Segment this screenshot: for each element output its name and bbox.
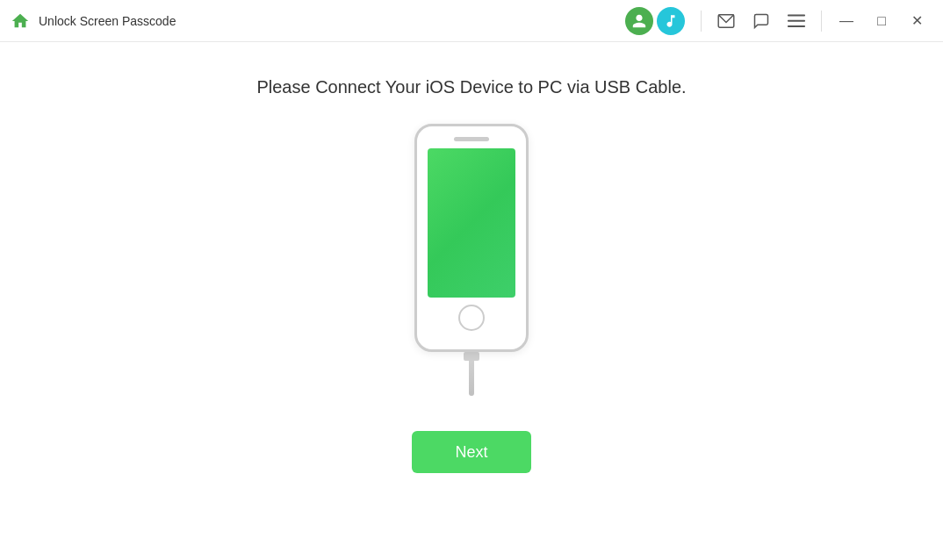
titlebar-divider xyxy=(701,11,702,32)
svg-rect-1 xyxy=(788,14,805,16)
user-icon-button[interactable] xyxy=(625,7,653,35)
next-button[interactable]: Next xyxy=(412,431,531,473)
user-icon xyxy=(631,13,647,29)
maximize-button[interactable]: □ xyxy=(866,7,897,35)
instruction-text: Please Connect Your iOS Device to PC via… xyxy=(256,77,686,97)
phone-illustration xyxy=(414,124,529,396)
home-icon xyxy=(11,11,30,31)
chat-icon xyxy=(752,12,770,30)
phone-home-button xyxy=(458,305,485,331)
phone-screen xyxy=(428,148,515,298)
menu-icon-button[interactable] xyxy=(781,7,812,35)
minimize-button[interactable]: — xyxy=(831,7,862,35)
music-search-icon-button[interactable] xyxy=(657,7,685,35)
titlebar-icon-group xyxy=(625,7,685,35)
titlebar-right: — □ ✕ xyxy=(625,7,932,35)
cable-connector xyxy=(464,352,479,361)
music-search-icon xyxy=(663,13,679,29)
chat-icon-button[interactable] xyxy=(745,7,777,35)
mail-icon xyxy=(717,14,735,28)
titlebar-divider2 xyxy=(821,11,822,32)
main-content: Please Connect Your iOS Device to PC via… xyxy=(0,42,943,560)
cable-wire xyxy=(469,361,474,396)
mail-icon-button[interactable] xyxy=(710,7,742,35)
phone-speaker xyxy=(454,137,489,141)
svg-rect-3 xyxy=(788,25,805,27)
titlebar-left: Unlock Screen Passcode xyxy=(11,11,176,31)
svg-rect-2 xyxy=(788,19,805,21)
usb-cable xyxy=(464,352,479,396)
app-title: Unlock Screen Passcode xyxy=(39,14,176,28)
menu-icon xyxy=(788,14,805,28)
close-button[interactable]: ✕ xyxy=(901,7,932,35)
phone-body xyxy=(414,124,529,352)
titlebar: Unlock Screen Passcode xyxy=(0,0,943,42)
